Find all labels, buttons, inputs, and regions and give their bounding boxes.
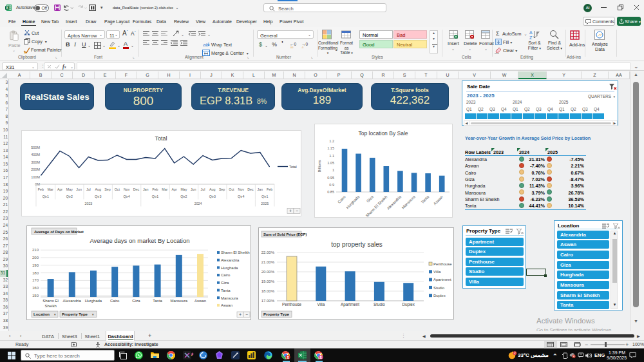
svg-text:Sharm El: Sharm El bbox=[43, 299, 59, 303]
svg-text:150: 150 bbox=[32, 294, 39, 298]
svg-text:Qtr4: Qtr4 bbox=[238, 194, 244, 198]
svg-text:160: 160 bbox=[32, 286, 39, 290]
svg-text:Sheikh: Sheikh bbox=[44, 304, 56, 308]
svg-text:Penthouse: Penthouse bbox=[433, 262, 452, 266]
svg-text:180: 180 bbox=[32, 271, 39, 275]
svg-text:22.00%: 22.00% bbox=[261, 251, 275, 254]
svg-text:Villa: Villa bbox=[317, 302, 325, 307]
svg-text:Oct: Oct bbox=[229, 187, 234, 191]
svg-text:Feb: Feb bbox=[267, 187, 272, 191]
svg-text:1.2: 1.2 bbox=[329, 139, 334, 143]
svg-text:Duplex: Duplex bbox=[402, 302, 415, 307]
svg-text:Jul: Jul bbox=[201, 187, 205, 191]
svg-text:Studio: Studio bbox=[433, 286, 445, 290]
svg-text:ab: ab bbox=[203, 42, 209, 48]
svg-text:Aswan: Aswan bbox=[194, 299, 206, 303]
svg-text:2025: 2025 bbox=[261, 201, 269, 205]
svg-text:Cairo: Cairo bbox=[110, 299, 120, 303]
svg-text:Average days on market By Loca: Average days on market By Location bbox=[90, 237, 189, 244]
svg-text:Apr: Apr bbox=[57, 187, 62, 191]
svg-text:Qtr3: Qtr3 bbox=[95, 194, 101, 198]
svg-text:Apartment: Apartment bbox=[433, 278, 451, 281]
svg-text:Apartment: Apartment bbox=[341, 302, 359, 307]
svg-text:Top location By Sale: Top location By Sale bbox=[358, 130, 408, 137]
svg-text:Qtr2: Qtr2 bbox=[66, 194, 73, 198]
svg-text:Total: Total bbox=[289, 165, 297, 169]
svg-text:Aswan: Aswan bbox=[433, 195, 444, 205]
svg-text:Giza: Giza bbox=[366, 195, 374, 203]
svg-text:17.00%: 17.00% bbox=[261, 299, 275, 303]
svg-text:Dec: Dec bbox=[247, 187, 254, 191]
svg-text:Qtr4: Qtr4 bbox=[123, 194, 129, 198]
svg-text:2024: 2024 bbox=[194, 201, 202, 205]
svg-text:Giza: Giza bbox=[132, 299, 140, 303]
svg-text:Jul: Jul bbox=[86, 187, 91, 191]
svg-text:1.1: 1.1 bbox=[329, 154, 334, 158]
svg-text:Mar: Mar bbox=[48, 187, 53, 191]
svg-text:Cairo: Cairo bbox=[221, 273, 231, 277]
svg-text:190: 190 bbox=[32, 263, 39, 267]
svg-text:Sharm El Sheikh: Sharm El Sheikh bbox=[221, 251, 250, 254]
svg-text:21.00%: 21.00% bbox=[261, 260, 275, 264]
svg-text:Aug: Aug bbox=[209, 187, 215, 191]
svg-text:20.00%: 20.00% bbox=[261, 270, 275, 274]
svg-text:500M: 500M bbox=[31, 145, 40, 149]
svg-text:Hurghada: Hurghada bbox=[345, 195, 360, 209]
svg-text:18.00%: 18.00% bbox=[261, 289, 275, 293]
svg-text:Villa: Villa bbox=[433, 270, 441, 274]
svg-text:Penthouse: Penthouse bbox=[282, 302, 302, 307]
svg-text:170: 170 bbox=[32, 278, 39, 282]
svg-text:Feb: Feb bbox=[38, 187, 44, 191]
svg-text:Nov: Nov bbox=[124, 187, 130, 191]
svg-text:Z: Z bbox=[529, 35, 533, 39]
svg-text:Property Type: Property Type bbox=[62, 312, 88, 316]
svg-text:Qtr1: Qtr1 bbox=[261, 194, 268, 198]
svg-text:Jun: Jun bbox=[76, 187, 82, 191]
svg-text:−: − bbox=[296, 209, 298, 213]
svg-text:2023: 2023 bbox=[85, 201, 93, 205]
svg-text:Billions: Billions bbox=[317, 160, 321, 172]
svg-text:Qtr1: Qtr1 bbox=[43, 194, 49, 198]
svg-text:300M: 300M bbox=[31, 160, 40, 164]
svg-text:0.95: 0.95 bbox=[327, 176, 334, 180]
svg-text:Hurghada: Hurghada bbox=[85, 299, 102, 303]
svg-text:Jan: Jan bbox=[143, 187, 149, 191]
svg-text:Cairo: Cairo bbox=[337, 195, 346, 204]
svg-text:Total: Total bbox=[155, 135, 167, 141]
svg-text:Mansoura: Mansoura bbox=[401, 195, 417, 210]
svg-text:Nov: Nov bbox=[238, 187, 244, 191]
svg-text:Sep: Sep bbox=[219, 187, 225, 191]
svg-text:Alexandria: Alexandria bbox=[386, 195, 402, 211]
svg-text:top property sales: top property sales bbox=[331, 241, 383, 248]
svg-text:210: 210 bbox=[32, 248, 39, 252]
svg-text:Qtr3: Qtr3 bbox=[209, 194, 216, 198]
svg-text:Average of Days on Market: Average of Days on Market bbox=[34, 230, 84, 234]
svg-text:Studio: Studio bbox=[374, 302, 385, 307]
svg-text:Sum of Sold Price (EGP): Sum of Sold Price (EGP) bbox=[263, 233, 307, 236]
svg-text:1: 1 bbox=[332, 168, 334, 172]
svg-text:May: May bbox=[66, 187, 73, 191]
svg-text:200M: 200M bbox=[31, 167, 40, 171]
svg-text:0.85: 0.85 bbox=[327, 190, 334, 194]
svg-text:Jan: Jan bbox=[258, 187, 263, 191]
svg-text:Dec: Dec bbox=[133, 187, 140, 191]
svg-text:Tanta: Tanta bbox=[421, 195, 430, 204]
svg-text:+: + bbox=[289, 209, 292, 213]
svg-text:0.9: 0.9 bbox=[329, 183, 334, 187]
svg-text:Feb: Feb bbox=[152, 187, 158, 191]
svg-text:Oct: Oct bbox=[115, 187, 120, 191]
svg-text:Property Type: Property Type bbox=[263, 312, 290, 316]
svg-text:.00: .00 bbox=[290, 46, 294, 48]
svg-text:400M: 400M bbox=[31, 153, 40, 157]
svg-text:Giza: Giza bbox=[221, 281, 229, 285]
svg-text:+: + bbox=[239, 312, 242, 317]
svg-text:Tanta: Tanta bbox=[153, 299, 162, 303]
svg-text:Mansoura: Mansoura bbox=[221, 296, 238, 300]
svg-text:1.05: 1.05 bbox=[327, 161, 334, 165]
svg-text:Mansoura: Mansoura bbox=[170, 299, 187, 303]
svg-text:1.15: 1.15 bbox=[327, 146, 334, 150]
svg-text:Alexandria: Alexandria bbox=[221, 258, 240, 262]
svg-text:Aswan: Aswan bbox=[221, 303, 232, 307]
svg-text:Jun: Jun bbox=[191, 187, 196, 191]
svg-text:−: − bbox=[245, 312, 248, 317]
